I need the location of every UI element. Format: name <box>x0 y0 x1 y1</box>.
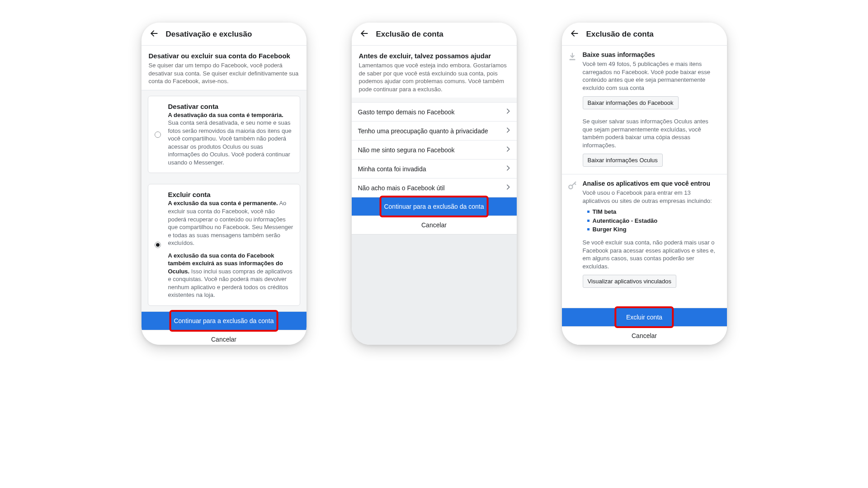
download-oculus-button[interactable]: Baixar informações Oculus <box>583 154 663 167</box>
info-title: Baixe suas informações <box>583 51 720 58</box>
reason-label: Não me sinto segura no Facebook <box>358 146 455 154</box>
download-icon <box>567 52 577 64</box>
option-title: Excluir conta <box>168 191 293 198</box>
chevron-right-icon <box>506 108 510 116</box>
section-header: Desativar ou excluir sua conta do Facebo… <box>142 46 307 90</box>
reason-label: Tenho uma preocupação quanto à privacida… <box>358 127 488 135</box>
option-delete[interactable]: Excluir conta A exclusão da sua conta é … <box>148 184 300 306</box>
page-title: Desativação e exclusão <box>166 30 252 39</box>
download-facebook-button[interactable]: Baixar informações do Facebook <box>583 96 679 109</box>
phone-screen-1: Desativação e exclusão Desativar ou excl… <box>142 23 307 345</box>
section-subtext: Se quiser dar um tempo do Facebook, você… <box>149 61 299 85</box>
download-info-block: Baixe suas informações Você tem 49 fotos… <box>562 46 727 174</box>
reason-label: Gasto tempo demais no Facebook <box>358 108 455 116</box>
reason-row[interactable]: Não me sinto segura no Facebook <box>352 140 517 159</box>
reason-row[interactable]: Gasto tempo demais no Facebook <box>352 102 517 121</box>
page-title: Exclusão de conta <box>586 30 654 39</box>
reason-row[interactable]: Tenho uma preocupação quanto à privacida… <box>352 121 517 140</box>
option-title: Desativar conta <box>168 103 293 110</box>
content-scroll: Desativar ou excluir sua conta do Facebo… <box>142 46 307 345</box>
chevron-right-icon <box>506 184 510 192</box>
content-scroll: Baixe suas informações Você tem 49 fotos… <box>562 46 727 345</box>
option-text: A exclusão da sua conta é permanente. Ao… <box>168 199 293 299</box>
info-text: Se você excluir sua conta, não poderá ma… <box>583 239 720 270</box>
radio-selected-icon[interactable] <box>155 242 161 248</box>
back-arrow-icon[interactable] <box>360 29 369 40</box>
reason-list: Gasto tempo demais no Facebook Tenho uma… <box>352 102 517 197</box>
back-arrow-icon[interactable] <box>150 29 159 40</box>
section-heading: Antes de excluir, talvez possamos ajudar <box>359 52 509 60</box>
button-label: Continuar para a exclusão da conta <box>174 317 274 324</box>
info-title: Analise os aplicativos em que você entro… <box>583 180 720 187</box>
phone-screen-3: Exclusão de conta Baixe suas informações… <box>562 23 727 345</box>
key-icon <box>567 181 577 192</box>
appbar: Exclusão de conta <box>562 23 727 46</box>
app-list: TIM beta Autenticação - Estadão Burger K… <box>583 207 720 234</box>
cancel-button[interactable]: Cancelar <box>562 326 727 345</box>
section-subtext: Lamentamos que você esteja indo embora. … <box>359 61 509 93</box>
delete-account-button[interactable]: Excluir conta <box>562 308 727 326</box>
cancel-button[interactable]: Cancelar <box>352 216 517 235</box>
button-label: Excluir conta <box>626 314 662 321</box>
phone-screen-2: Exclusão de conta Antes de excluir, talv… <box>352 23 517 345</box>
appbar: Exclusão de conta <box>352 23 517 46</box>
info-text: Você tem 49 fotos, 5 publicações e mais … <box>583 60 720 92</box>
app-list-item: Burger King <box>587 225 720 234</box>
button-label: Continuar para a exclusão da conta <box>384 203 484 210</box>
reason-label: Não acho mais o Facebook útil <box>358 184 445 192</box>
section-heading: Desativar ou excluir sua conta do Facebo… <box>149 52 299 60</box>
appbar: Desativação e exclusão <box>142 23 307 46</box>
back-arrow-icon[interactable] <box>570 29 579 40</box>
chevron-right-icon <box>506 165 510 173</box>
continue-delete-button[interactable]: Continuar para a exclusão da conta <box>352 197 517 216</box>
continue-delete-button[interactable]: Continuar para a exclusão da conta <box>142 311 307 330</box>
page-title: Exclusão de conta <box>376 30 443 39</box>
option-deactivate[interactable]: Desativar conta A desativação da sua con… <box>148 96 300 174</box>
chevron-right-icon <box>506 146 510 154</box>
reason-label: Minha conta foi invadida <box>358 165 426 173</box>
option-text: A desativação da sua conta é temporária.… <box>168 111 293 167</box>
content-scroll: Antes de excluir, talvez possamos ajudar… <box>352 46 517 345</box>
footer-actions: Excluir conta Cancelar <box>562 308 727 345</box>
section-header: Antes de excluir, talvez possamos ajudar… <box>352 46 517 98</box>
app-list-item: Autenticação - Estadão <box>587 216 720 225</box>
app-list-item: TIM beta <box>587 207 720 216</box>
reason-row[interactable]: Não acho mais o Facebook útil <box>352 178 517 197</box>
footer-actions: Continuar para a exclusão da conta Cance… <box>142 311 307 345</box>
info-text: Você usou o Facebook para entrar em 13 a… <box>583 189 720 205</box>
chevron-right-icon <box>506 127 510 135</box>
apps-info-block: Analise os aplicativos em que você entro… <box>562 174 727 295</box>
view-linked-apps-button[interactable]: Visualizar aplicativos vinculados <box>583 275 676 288</box>
radio-unselected-icon[interactable] <box>155 131 161 138</box>
svg-rect-3 <box>569 59 575 61</box>
empty-area <box>352 235 517 345</box>
reason-row[interactable]: Minha conta foi invadida <box>352 159 517 178</box>
info-text: Se quiser salvar suas informações Oculus… <box>583 117 720 149</box>
cancel-button[interactable]: Cancelar <box>142 330 307 345</box>
